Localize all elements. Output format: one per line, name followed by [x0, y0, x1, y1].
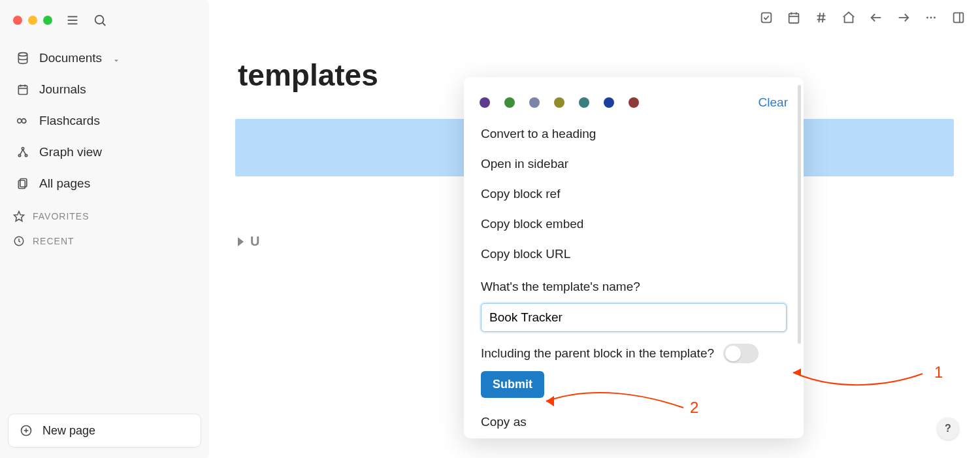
template-name-input[interactable]: [481, 303, 787, 332]
menu-copy-block-embed[interactable]: Copy block embed: [478, 209, 789, 239]
svg-line-28: [823, 13, 824, 23]
svg-point-11: [25, 154, 27, 156]
svg-rect-6: [18, 86, 27, 94]
menu-icon[interactable]: [65, 13, 80, 27]
menu-open-sidebar[interactable]: Open in sidebar: [478, 149, 789, 179]
parent-block-toggle[interactable]: [723, 344, 759, 363]
color-swatches: [480, 97, 639, 108]
plus-circle-icon: [19, 423, 33, 438]
star-icon: [13, 210, 25, 222]
color-swatch[interactable]: [604, 97, 614, 108]
home-icon[interactable]: [841, 10, 856, 25]
svg-point-10: [18, 154, 20, 156]
sidebar-item-label: Journals: [39, 82, 86, 97]
maximize-window-dot[interactable]: [43, 16, 52, 25]
hash-icon[interactable]: [814, 10, 828, 25]
menu-copy-block-ref[interactable]: Copy block ref: [478, 179, 789, 209]
svg-rect-20: [762, 13, 772, 23]
calendar-icon: [16, 82, 30, 97]
sidebar: Documents Journals Flashcards: [0, 0, 209, 458]
graph-icon: [16, 145, 30, 159]
sidebar-item-journals[interactable]: Journals: [10, 76, 199, 103]
help-button[interactable]: ?: [937, 417, 959, 440]
color-swatch[interactable]: [529, 97, 540, 108]
svg-marker-15: [14, 212, 24, 221]
recent-section[interactable]: RECENT: [8, 226, 201, 251]
clock-icon: [13, 235, 25, 247]
template-name-prompt: What's the template's name?: [481, 280, 787, 303]
svg-point-31: [926, 17, 928, 19]
new-page-button[interactable]: New page: [8, 414, 201, 448]
minimize-window-dot[interactable]: [28, 16, 37, 25]
chevron-down-icon: [112, 54, 122, 63]
infinity-icon: [16, 114, 30, 128]
svg-point-32: [930, 17, 932, 19]
submit-button[interactable]: Submit: [481, 371, 544, 398]
top-toolbar: [759, 10, 966, 25]
svg-point-33: [934, 17, 936, 19]
search-icon[interactable]: [93, 13, 107, 27]
svg-point-12: [22, 148, 24, 150]
pages-icon: [16, 176, 30, 191]
unlinked-label: U: [250, 234, 259, 249]
sidebar-item-label: All pages: [39, 176, 90, 191]
triangle-right-icon: [238, 237, 244, 246]
database-icon: [16, 51, 30, 65]
close-window-dot[interactable]: [13, 16, 22, 25]
color-swatch[interactable]: [629, 97, 639, 108]
svg-point-5: [18, 53, 27, 56]
svg-line-4: [103, 23, 105, 25]
back-arrow-icon[interactable]: [869, 10, 883, 25]
clear-color-link[interactable]: Clear: [759, 95, 788, 110]
menu-convert-heading[interactable]: Convert to a heading: [478, 119, 789, 149]
sidebar-item-documents[interactable]: Documents: [10, 44, 199, 72]
sidebar-item-label: Flashcards: [39, 114, 100, 128]
parent-toggle-label: Including the parent block in the templa…: [481, 346, 714, 361]
main-area: templates U Clear: [209, 0, 980, 458]
svg-point-3: [95, 16, 104, 24]
color-swatch[interactable]: [554, 97, 564, 108]
svg-rect-21: [789, 14, 799, 24]
annotation-1: 1: [785, 353, 955, 392]
color-swatch[interactable]: [504, 97, 515, 108]
window-controls: [13, 16, 52, 25]
block-context-menu: Clear Convert to a heading Open in sideb…: [464, 77, 804, 438]
sidebar-item-graph-view[interactable]: Graph view: [10, 139, 199, 166]
panel-icon[interactable]: [951, 10, 966, 25]
forward-arrow-icon[interactable]: [896, 10, 911, 25]
color-swatch[interactable]: [579, 97, 589, 108]
calendar-toolbar-icon[interactable]: [787, 10, 801, 25]
menu-copy-as[interactable]: Copy as: [478, 398, 789, 432]
more-icon[interactable]: [924, 10, 938, 25]
sidebar-item-label: Graph view: [39, 145, 102, 159]
menu-copy-block-url[interactable]: Copy block URL: [478, 239, 789, 269]
color-swatch[interactable]: [480, 97, 490, 108]
svg-text:1: 1: [934, 363, 943, 381]
favorites-label: FAVORITES: [33, 211, 90, 221]
recent-label: RECENT: [33, 236, 74, 246]
svg-line-27: [819, 13, 820, 23]
sidebar-item-all-pages[interactable]: All pages: [10, 170, 199, 197]
sidebar-item-label: Documents: [39, 51, 102, 65]
favorites-section[interactable]: FAVORITES: [8, 201, 201, 226]
new-page-label: New page: [42, 424, 95, 438]
checkbox-icon[interactable]: [759, 10, 774, 25]
svg-rect-34: [954, 13, 964, 23]
sidebar-item-flashcards[interactable]: Flashcards: [10, 107, 199, 135]
scrollbar[interactable]: [798, 85, 801, 344]
